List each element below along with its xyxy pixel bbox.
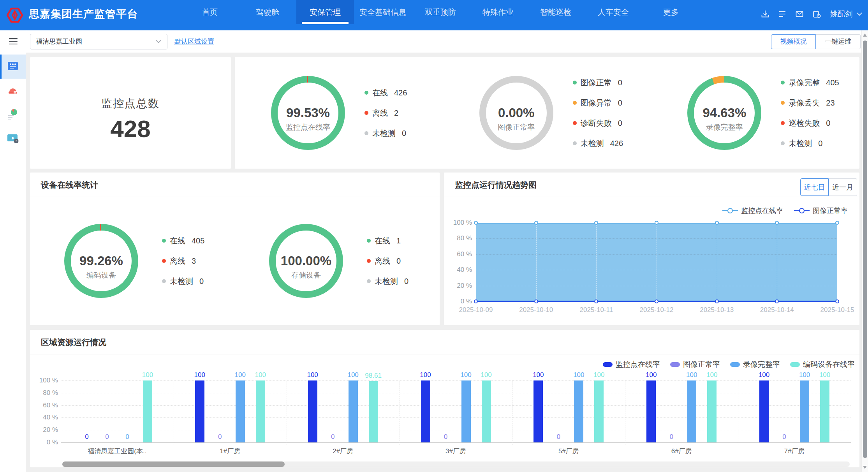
legend-value: 0 [199, 277, 204, 286]
one-key-ops-button[interactable]: 一键运维 [816, 34, 861, 49]
legend-dot [162, 239, 166, 243]
device-online-card: 设备在线率统计 99.26%编码设备在线405离线3未检测0100.00%存储设… [30, 173, 440, 325]
x-axis-label: 2025-10-10 [513, 306, 560, 314]
nav-item-1[interactable]: 首页 [181, 0, 239, 24]
donut-label: 编码设备 [86, 270, 116, 280]
nav-item-4[interactable]: 安全基础信息 [354, 0, 412, 24]
bar-value-label: 98.61 [362, 372, 385, 380]
legend-item: 未检测0 [367, 271, 408, 291]
legend-dot [781, 121, 785, 125]
sidebar-item-pie-report[interactable] [0, 103, 26, 127]
y-axis-label: 20 % [444, 282, 472, 290]
trend-legend-item[interactable]: 图像正常率 [794, 206, 848, 215]
vertical-scrollbar[interactable] [861, 30, 868, 472]
schedule-icon[interactable] [812, 9, 822, 19]
default-region-link[interactable]: 默认区域设置 [174, 37, 214, 46]
legend-item: 在线1 [367, 231, 408, 251]
user-name: 姚配剑 [830, 9, 852, 19]
bar-value-label: 100 [414, 371, 437, 379]
mail-icon[interactable] [794, 9, 805, 19]
region-legend-item[interactable]: 编码设备在线率 [790, 359, 855, 370]
group-separator [738, 380, 738, 445]
donut-center: 99.53%监控点在线率 [278, 83, 338, 143]
legend-label: 未检测 [789, 138, 812, 149]
bar-value-label: 0 [773, 433, 796, 441]
legend-label: 录像丢失 [789, 98, 820, 108]
legend-label: 诊断失败 [581, 118, 612, 129]
legend-square [603, 362, 613, 367]
legend-dot [573, 101, 577, 105]
trend-legend-label: 图像正常率 [813, 206, 848, 215]
region-legend-label: 图像正常率 [683, 359, 720, 370]
log-list-icon[interactable] [777, 9, 787, 19]
legend-label: 图像正常 [581, 77, 612, 88]
legend-item: 录像丢失23 [781, 93, 839, 113]
legend-value: 0 [396, 257, 401, 266]
group-separator [287, 380, 287, 445]
nav-item-7[interactable]: 智能巡检 [527, 0, 585, 24]
nav-item-9[interactable]: 更多 [642, 0, 700, 24]
video-overview-button[interactable]: 视频概况 [771, 34, 816, 49]
toolbar: 福清思嘉工业园 默认区域设置 视频概况 一键运维 [26, 30, 868, 53]
legend-label: 录像完整 [789, 77, 820, 88]
sidebar-item-monitor-wall[interactable] [0, 55, 26, 79]
category-label: 3#厂房 [400, 447, 512, 456]
vertical-scrollbar-thumb[interactable] [863, 41, 867, 458]
nav-item-2[interactable]: 驾驶舱 [239, 0, 296, 24]
bar-value-label: 100 [526, 371, 550, 379]
trend-legend: 监控点在线率图像正常率 [722, 206, 848, 215]
x-axis-label: 2025-10-14 [754, 306, 800, 314]
legend-label: 离线 [170, 256, 185, 266]
bar-value-label: 100 [454, 371, 478, 379]
legend-value: 0 [618, 99, 622, 107]
collapse-menu-icon[interactable] [9, 38, 18, 44]
category-label: 1#厂房 [174, 447, 287, 456]
donut-legend: 在线426离线2未检测0 [364, 83, 407, 143]
sidebar-item-video-patrol[interactable] [0, 127, 26, 151]
region-legend-item[interactable]: 监控点在线率 [603, 359, 660, 370]
sidebar-item-alarm[interactable] [0, 79, 26, 103]
legend-label: 未检测 [372, 128, 396, 139]
legend-label: 在线 [372, 88, 388, 98]
y-axis-label: 60 % [30, 402, 58, 409]
donut-legend: 在线405离线3未检测0 [162, 231, 204, 291]
legend-item: 录像完整405 [781, 72, 839, 93]
horizontal-scrollbar-thumb[interactable] [62, 461, 285, 467]
bar-value-label: 0 [116, 433, 139, 441]
bar-value-label: 0 [321, 433, 345, 441]
trend-legend-item[interactable]: 监控点在线率 [722, 206, 783, 215]
scroll-up-icon[interactable] [863, 33, 867, 37]
bar [687, 380, 696, 442]
region-legend-item[interactable]: 录像完整率 [730, 359, 780, 370]
gridline [61, 405, 851, 406]
donut-percent: 94.63% [702, 106, 746, 120]
download-icon[interactable] [760, 9, 770, 19]
legend-value: 23 [826, 99, 835, 107]
bar-value-label: 100 [249, 371, 272, 379]
legend-item: 离线3 [162, 251, 204, 271]
legend-label: 未检测 [170, 276, 193, 287]
legend-item: 图像异常0 [573, 93, 623, 113]
horizontal-scrollbar[interactable] [62, 461, 850, 467]
bar-value-label: 100 [567, 371, 590, 379]
trend-marker [715, 221, 719, 225]
legend-dot [364, 131, 368, 135]
nav-item-8[interactable]: 人车安全 [585, 0, 642, 24]
nav-item-3[interactable]: 安保管理 [296, 0, 354, 24]
legend-value: 426 [610, 139, 623, 148]
legend-label: 在线 [375, 236, 390, 246]
region-select[interactable]: 福清思嘉工业园 [30, 34, 167, 49]
bar [349, 380, 358, 442]
legend-item: 未检测0 [364, 123, 407, 143]
dashboard-content: 监控点总数 428 99.53%监控点在线率在线426离线2未检测00.00%图… [26, 53, 868, 472]
scroll-down-icon[interactable] [863, 466, 867, 469]
range-button-1[interactable]: 近七日 [800, 178, 829, 196]
nav-item-5[interactable]: 双重预防 [412, 0, 469, 24]
navbar-actions: 姚配剑 [760, 0, 863, 28]
user-menu[interactable]: 姚配剑 [830, 9, 863, 19]
region-legend-item[interactable]: 图像正常率 [670, 359, 720, 370]
legend-item: 未检测0 [162, 271, 204, 291]
nav-item-6[interactable]: 特殊作业 [469, 0, 527, 24]
legend-value: 2 [394, 109, 398, 118]
x-axis-label: 2025-10-13 [694, 306, 740, 314]
